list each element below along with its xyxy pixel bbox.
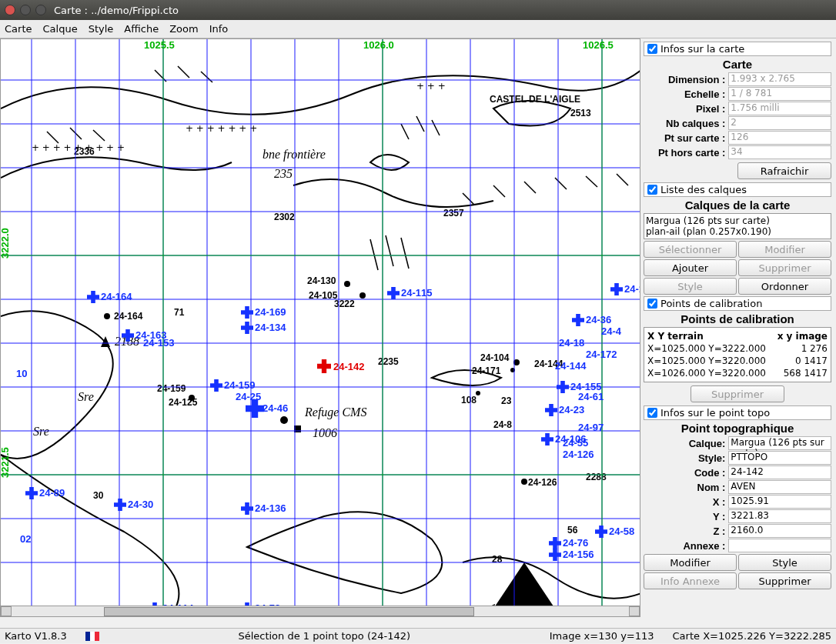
marker-24-76[interactable]: 24-76 <box>549 537 588 549</box>
svg-text:23: 23 <box>501 395 512 406</box>
svg-text:24-58: 24-58 <box>609 526 634 537</box>
svg-text:24-36: 24-36 <box>586 314 611 325</box>
x-field[interactable]: 1025.91 <box>728 495 831 509</box>
z-field[interactable]: 2160.0 <box>728 524 831 538</box>
calque-field[interactable]: Margua (126 pts sur carte) <box>728 436 831 450</box>
marker-24-18[interactable]: 24-18 <box>559 337 584 349</box>
marker-24-12[interactable]: 24-12 <box>610 283 640 295</box>
svg-text:10: 10 <box>16 368 27 379</box>
svg-point-23 <box>104 313 110 319</box>
carte-title: Carte <box>644 58 831 71</box>
list-item[interactable]: plan-ail (plan 0.257x0.190) <box>646 226 829 237</box>
menu-info[interactable]: Info <box>209 23 229 35</box>
calques-list[interactable]: Margua (126 pts sur carte) plan-ail (pla… <box>644 213 831 239</box>
scroll-thumb[interactable] <box>104 607 474 616</box>
marker-24-144[interactable]: 24-144 <box>555 360 587 372</box>
info-annexe-button[interactable]: Info Annexe <box>644 572 737 589</box>
marker-24-172[interactable]: 24-172 <box>586 349 617 360</box>
svg-line-13 <box>586 176 597 187</box>
svg-text:24-12: 24-12 <box>624 283 640 295</box>
marker-24-46[interactable]: 24-46 <box>246 399 288 418</box>
selectionner-button[interactable]: Sélectionner <box>644 241 737 258</box>
marker-24-126[interactable]: 24-126 <box>563 449 594 460</box>
marker-24-134[interactable]: 24-134 <box>241 322 286 334</box>
modifier-button[interactable]: Modifier <box>738 241 831 258</box>
svg-line-6 <box>401 124 409 139</box>
side-panel: Infos sur la carte Carte Dimension :1.99… <box>640 38 834 628</box>
svg-text:2357: 2357 <box>443 208 464 219</box>
svg-text:24-125: 24-125 <box>169 397 198 408</box>
svg-text:02: 02 <box>20 533 31 545</box>
marker-24-89[interactable]: 24-89 <box>25 487 65 499</box>
style-field[interactable]: PTTOPO <box>728 451 831 465</box>
svg-text:2288: 2288 <box>586 472 607 482</box>
svg-text:Refuge CMS: Refuge CMS <box>304 405 366 419</box>
chk-liste-calques[interactable] <box>647 185 657 195</box>
marker-24-136[interactable]: 24-136 <box>241 502 286 515</box>
marker-24-30[interactable]: 24-30 <box>114 499 153 511</box>
marker-24-159[interactable]: 24-159 <box>210 379 255 392</box>
marker-24-156[interactable]: 24-156 <box>549 549 594 561</box>
marker-24-115[interactable]: 24-115 <box>387 287 432 299</box>
menu-affiche[interactable]: Affiche <box>124 23 159 35</box>
marker-24-4[interactable]: 24-4 <box>601 325 622 337</box>
calques-title: Calques de la carte <box>644 199 831 212</box>
svg-text:24-23: 24-23 <box>559 404 584 415</box>
marker-24-97[interactable]: 24-97 <box>578 422 604 433</box>
svg-text:108: 108 <box>461 395 477 405</box>
marker-02[interactable]: 02 <box>20 533 31 545</box>
calib-list[interactable]: X Y terrainx y image X=1025.000 Y=3222.0… <box>644 327 831 382</box>
marker-24-153[interactable]: 24-153 <box>143 337 174 349</box>
svg-text:1006: 1006 <box>313 426 337 439</box>
svg-text:24-144: 24-144 <box>555 360 587 372</box>
code-field[interactable]: 24-142 <box>728 465 831 479</box>
chk-pts-calib[interactable] <box>647 299 657 309</box>
supprimer-button[interactable]: Supprimer <box>738 259 831 276</box>
svg-line-10 <box>493 185 505 197</box>
selected-marker[interactable]: 24-142 <box>317 359 364 373</box>
chk-infos-pt[interactable] <box>647 408 657 418</box>
chk-infos-carte[interactable] <box>647 44 657 54</box>
marker-24-169[interactable]: 24-169 <box>241 306 286 319</box>
ajouter-button[interactable]: Ajouter <box>644 259 737 276</box>
modifier-pt-button[interactable]: Modifier <box>644 554 737 571</box>
menu-calque[interactable]: Calque <box>42 23 77 35</box>
supprimer-pt-button[interactable]: Supprimer <box>738 572 831 589</box>
rafraichir-button[interactable]: Rafraichir <box>737 162 831 179</box>
supprimer-calib-button[interactable]: Supprimer <box>691 385 784 402</box>
marker-24-36[interactable]: 24-36 <box>572 314 611 326</box>
marker-24-23[interactable]: 24-23 <box>545 404 584 416</box>
marker-24-106[interactable]: 24-106 <box>541 433 586 445</box>
close-icon[interactable] <box>5 5 15 15</box>
svg-line-14 <box>617 174 628 185</box>
style-pt-button[interactable]: Style <box>738 554 831 571</box>
flag-icon <box>85 632 99 641</box>
map-label-castel: CASTEL DE L'AIGLE <box>490 94 580 105</box>
nom-field[interactable]: AVEN <box>728 480 831 494</box>
scroll-left-icon[interactable] <box>1 606 12 616</box>
list-item[interactable]: Margua (126 pts sur carte) <box>646 215 829 226</box>
marker-24-58[interactable]: 24-58 <box>595 526 634 538</box>
marker-24-155[interactable]: 24-155 <box>557 381 601 393</box>
menu-zoom[interactable]: Zoom <box>169 23 198 35</box>
minimize-icon[interactable] <box>20 5 31 15</box>
annexe-field[interactable] <box>728 539 831 552</box>
y-field[interactable]: 3221.83 <box>728 509 831 523</box>
scroll-right-icon[interactable] <box>629 606 640 616</box>
grid-y-1: 3221.5 <box>1 447 11 478</box>
ordonner-button[interactable]: Ordonner <box>738 278 831 295</box>
svg-text:24-126: 24-126 <box>563 449 594 460</box>
menu-carte[interactable]: Carte <box>5 23 32 35</box>
map-canvas[interactable]: + + + + + + + + + + + + + + + + + + + CA… <box>0 38 640 617</box>
menu-style[interactable]: Style <box>89 23 114 35</box>
svg-line-2 <box>93 130 105 141</box>
marker-24-61[interactable]: 24-61 <box>578 391 604 402</box>
svg-text:24-164: 24-164 <box>114 311 143 322</box>
svg-text:24-104: 24-104 <box>480 352 510 363</box>
style-button[interactable]: Style <box>644 278 737 295</box>
h-scrollbar[interactable] <box>1 606 640 616</box>
svg-text:24-171: 24-171 <box>472 365 501 376</box>
maximize-icon[interactable] <box>35 5 46 15</box>
marker-10[interactable]: 10 <box>16 368 27 379</box>
marker-24-164[interactable]: 24-164 <box>87 291 132 303</box>
